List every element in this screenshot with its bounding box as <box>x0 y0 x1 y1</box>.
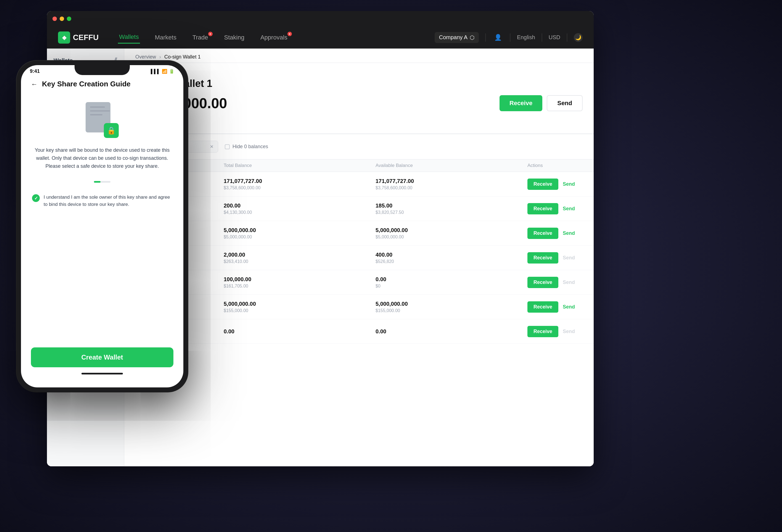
nav-item-wallets[interactable]: Wallets <box>118 31 140 44</box>
window-close-dot[interactable] <box>52 16 57 21</box>
user-icon-btn[interactable]: 👤 <box>492 32 503 43</box>
coin-available-beth: 0.00 $0 <box>376 276 527 289</box>
wifi-icon: 📶 <box>162 69 167 74</box>
table-row: Ξ BETH BEP20 BNB Smart Chain 100,000.00 … <box>124 270 594 295</box>
coin-receive-1inch[interactable]: Receive <box>527 326 558 337</box>
key-share-icon: 🔒 <box>85 102 119 138</box>
hide-zero-control: Hide 0 balances <box>225 144 268 150</box>
content-area: Overview › Co-sign Wallet 1 Co-sign Wall… <box>124 48 594 466</box>
agreement-checkbox[interactable] <box>32 194 40 202</box>
table-header: Coin Total Balance Available Balance Act… <box>124 159 594 172</box>
phone-screen: ← Key Share Creation Guide 🔒 Your key sh… <box>21 74 183 380</box>
coin-available-btc: 185.00 $3,820,527.50 <box>376 202 527 215</box>
coin-receive-eth[interactable]: Receive <box>527 252 558 264</box>
coin-available-bnb: 171,077,727.00 $3,758,600,000.00 <box>376 178 527 190</box>
nav-divider-3 <box>542 33 542 42</box>
table-row: Ξ ETH Ethereum 2,000.00 $263,410.00 400.… <box>124 245 594 270</box>
balance-row: $8,500,000.00 Receive Send <box>135 95 583 111</box>
coin-actions-bnb: Receive Send <box>527 179 583 190</box>
breadcrumb: Overview › Co-sign Wallet 1 <box>124 48 594 63</box>
coin-total-eth: 2,000.00 $263,410.00 <box>224 252 376 264</box>
coin-total-busd: 5,000,000.00 $5,000,000.00 <box>224 227 376 239</box>
mobile-phone: 9:41 ▌▌▌ 📶 🔋 ← Key Share Creation Guide <box>16 61 188 392</box>
coin-send-btc[interactable]: Send <box>563 206 575 212</box>
create-wallet-button[interactable]: Create Wallet <box>31 347 173 367</box>
table-row: ₿ BTC Bitcoin 200.00 $4,130,300.00 185.0… <box>124 196 594 221</box>
nav-divider-4 <box>567 33 567 42</box>
breadcrumb-sep: › <box>159 54 161 60</box>
coin-actions-busd: Receive Send <box>527 228 583 239</box>
coins-table: Coin Total Balance Available Balance Act… <box>124 159 594 344</box>
coin-available-1inch: 0.00 <box>376 328 527 335</box>
coin-send-beth: Send <box>563 279 575 285</box>
currency-selector[interactable]: USD <box>549 34 560 41</box>
agreement-text: I understand I am the sole owner of this… <box>44 194 172 208</box>
agreement-row: I understand I am the sole owner of this… <box>31 194 173 208</box>
coin-receive-bnb[interactable]: Receive <box>527 179 558 190</box>
nav-item-approvals[interactable]: Approvals ● <box>259 32 289 43</box>
coin-send-bnb[interactable]: Send <box>563 181 575 187</box>
phone-topbar: ← Key Share Creation Guide <box>31 80 173 88</box>
coin-receive-beth[interactable]: Receive <box>527 277 558 288</box>
coin-send-busd[interactable]: Send <box>563 230 575 236</box>
coin-actions-eth: Receive Send <box>527 252 583 264</box>
nav-item-trade[interactable]: Trade ● <box>191 32 209 43</box>
coin-actions-beth: Receive Send <box>527 277 583 288</box>
table-row: 🥞 CAKE BEP20 PancakeSwap 5,000,000.00 $1… <box>124 295 594 319</box>
coin-total-btc: 200.00 $4,130,300.00 <box>224 202 376 215</box>
breadcrumb-parent[interactable]: Overview <box>135 54 156 60</box>
coin-send-eth: Send <box>563 255 575 261</box>
hide-zero-label: Hide 0 balances <box>233 144 268 150</box>
wallet-title: Co-sign Wallet 1 <box>135 78 583 89</box>
table-row: $ BUSD ERC20 BUSD 5,000,000.00 $5,000,00… <box>124 221 594 245</box>
navbar: ◆ CEFFU Wallets Markets Trade ● Staking … <box>47 27 594 48</box>
nav-item-staking[interactable]: Staking <box>223 32 246 43</box>
table-row: B BNB BNB 171,077,727.00 $3,758,600,000.… <box>124 172 594 196</box>
coin-receive-cake[interactable]: Receive <box>527 301 558 313</box>
wallet-type-badge: Co-sign Wallet ? <box>135 70 583 76</box>
battery-icon: 🔋 <box>169 69 175 74</box>
key-lock-icon: 🔒 <box>104 123 119 138</box>
nav-divider-2 <box>510 33 510 42</box>
logo-icon: ◆ <box>58 32 70 44</box>
coin-total-beth: 100,000.00 $161,705.00 <box>224 276 376 289</box>
coin-actions-1inch: Receive Send <box>527 326 583 337</box>
phone-screen-title: Key Share Creation Guide <box>42 80 131 88</box>
theme-toggle[interactable]: 🌙 <box>574 33 583 42</box>
hide-zero-checkbox[interactable] <box>225 144 230 149</box>
language-selector[interactable]: English <box>517 34 535 41</box>
clear-search-icon[interactable]: ✕ <box>210 144 213 149</box>
table-controls: 🔍 ✕ Hide 0 balances <box>124 134 594 159</box>
coin-actions-btc: Receive Send <box>527 203 583 215</box>
phone-description: Your key share will be bound to the devi… <box>31 146 173 170</box>
wallet-header: Co-sign Wallet ? Co-sign Wallet 1 $8,500… <box>124 63 594 118</box>
coin-actions-cake: Receive Send <box>527 301 583 313</box>
phone-time: 9:41 <box>30 68 40 74</box>
window-minimize-dot[interactable] <box>60 16 64 21</box>
breadcrumb-current: Co-sign Wallet 1 <box>164 54 201 60</box>
send-button[interactable]: Send <box>547 95 583 111</box>
phone-home-bar <box>81 373 123 374</box>
logo: ◆ CEFFU <box>58 32 99 44</box>
coin-available-cake: 5,000,000.00 $155,000.00 <box>376 301 527 313</box>
progress-bar <box>94 181 110 183</box>
logo-text: CEFFU <box>73 33 99 42</box>
window-titlebar <box>47 11 594 27</box>
coin-available-busd: 5,000,000.00 $5,000,000.00 <box>376 227 527 239</box>
table-row: 1 1INCH ERC20 1inch 0.00 0.00 Receive <box>124 319 594 344</box>
window-maximize-dot[interactable] <box>67 16 71 21</box>
coin-receive-busd[interactable]: Receive <box>527 228 558 239</box>
coin-send-1inch: Send <box>563 329 575 334</box>
nav-right: Company A ⬡ 👤 English USD 🌙 <box>435 32 583 43</box>
phone-status-icons: ▌▌▌ 📶 🔋 <box>151 69 175 74</box>
back-arrow-btn[interactable]: ← <box>31 80 38 88</box>
balance-actions: Receive Send <box>500 95 583 111</box>
nav-item-markets[interactable]: Markets <box>154 32 178 43</box>
phone-illustration: 🔒 <box>31 102 173 138</box>
receive-button[interactable]: Receive <box>500 95 542 111</box>
coin-send-cake[interactable]: Send <box>563 304 575 310</box>
coin-available-eth: 400.00 $526,820 <box>376 252 527 264</box>
company-selector[interactable]: Company A ⬡ <box>435 32 479 43</box>
approvals-badge: ● <box>287 32 292 36</box>
coin-receive-btc[interactable]: Receive <box>527 203 558 215</box>
